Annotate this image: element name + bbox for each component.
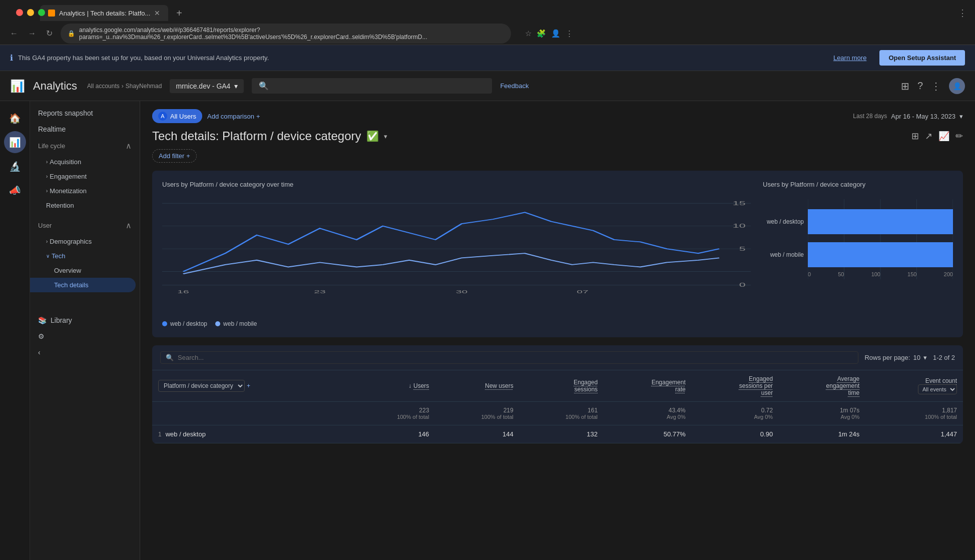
col-header-new-users[interactable]: New users — [435, 370, 519, 402]
sidebar-item-tech-overview[interactable]: Overview — [30, 263, 136, 278]
lifecycle-arrow: ∧ — [126, 141, 132, 151]
col-engaged-label: Engagedsessions — [574, 379, 598, 393]
sidebar-item-library[interactable]: 📚 Library — [30, 312, 136, 328]
more-options-icon[interactable]: ⋮ — [931, 80, 941, 92]
acquisition-label: Acquisition — [50, 158, 81, 166]
library-label: Library — [51, 316, 72, 324]
app-title: Analytics — [33, 80, 77, 93]
sidebar-item-demographics[interactable]: › Demographics — [30, 234, 136, 249]
sidebar-item-engagement[interactable]: › Engagement — [30, 169, 136, 184]
reload-button[interactable]: ↻ — [44, 27, 55, 40]
date-dropdown-icon[interactable]: ▾ — [959, 113, 963, 120]
line-chart-title: Users by Platform / device category over… — [162, 181, 751, 188]
add-comparison-button[interactable]: Add comparison + — [207, 113, 260, 120]
sidebar-item-realtime[interactable]: Realtime — [30, 121, 136, 137]
table-header-row: Platform / device category + ↓ Users — [152, 370, 963, 402]
row1-category: 1 web / desktop — [152, 425, 351, 443]
breadcrumb-account[interactable]: ShayNehmad — [126, 83, 162, 90]
col-eng-per-user-label: Engagedsessions peruser — [739, 375, 773, 396]
lifecycle-group[interactable]: Life cycle ∧ — [30, 137, 140, 155]
col-header-engaged-sessions[interactable]: Engagedsessions — [520, 370, 604, 402]
chevron-right-icon: › — [46, 174, 48, 179]
sidebar-collapse-button[interactable]: ‹ — [30, 344, 136, 360]
dimension-selector[interactable]: Platform / device category — [158, 380, 245, 392]
col-header-engagement-rate[interactable]: Engagementrate — [604, 370, 692, 402]
feedback-link[interactable]: Feedback — [500, 82, 529, 90]
browser-settings-icon[interactable]: ⋮ — [566, 29, 573, 38]
search-input[interactable]: device — [274, 82, 485, 90]
back-button[interactable]: ← — [8, 27, 20, 40]
sidebar-icon-advertising[interactable]: 📣 — [4, 179, 26, 201]
col-header-avg-engagement[interactable]: Averageengagementtime — [779, 370, 865, 402]
bar-mobile — [808, 242, 953, 267]
legend-dot-desktop — [162, 321, 167, 326]
new-tab-button[interactable]: + — [172, 6, 186, 21]
tab-title: Analytics | Tech details: Platfo... — [59, 10, 150, 17]
compare-icon[interactable]: 📈 — [938, 131, 949, 142]
event-type-selector[interactable]: All events — [918, 384, 957, 394]
sidebar-item-settings[interactable]: ⚙ — [30, 328, 136, 344]
pagination-info: 1-2 of 2 — [933, 354, 955, 361]
add-filter-button[interactable]: Add filter + — [152, 149, 197, 163]
title-dropdown-icon[interactable]: ▾ — [384, 133, 387, 140]
search-icon: 🔍 — [259, 81, 269, 91]
chevron-down-icon: ∨ — [46, 253, 50, 259]
extensions-icon[interactable]: 🧩 — [537, 29, 546, 38]
edit-icon[interactable]: ✏ — [955, 131, 963, 142]
page-header: A All Users Add comparison + Last 28 day… — [152, 109, 963, 123]
customize-report-icon[interactable]: ⊞ — [911, 131, 919, 142]
total-new-users-pct: 100% of total — [441, 414, 513, 420]
svg-text:Apr: Apr — [175, 294, 192, 294]
apps-icon[interactable]: ⊞ — [901, 80, 909, 92]
browser-tab[interactable]: Analytics | Tech details: Platfo... ✕ — [40, 5, 168, 21]
legend-mobile-label: web / mobile — [223, 320, 257, 327]
total-label — [152, 402, 351, 425]
row1-event-count: 1,447 — [865, 425, 963, 443]
col-header-users[interactable]: ↓ Users — [351, 370, 435, 402]
browser-menu-icon[interactable]: ⋮ — [958, 8, 975, 19]
total-engaged-sessions: 161 100% of total — [520, 402, 604, 425]
property-dropdown-icon: ▾ — [234, 82, 238, 90]
sidebar-icon-reports[interactable]: 📊 — [4, 131, 26, 153]
sidebar-item-reports-snapshot[interactable]: Reports snapshot — [30, 105, 136, 121]
bar-label-desktop: web / desktop — [763, 218, 808, 225]
window-control-close[interactable] — [16, 9, 23, 16]
window-control-minimize[interactable] — [27, 9, 34, 16]
sidebar-item-acquisition[interactable]: › Acquisition — [30, 155, 136, 169]
forward-button[interactable]: → — [26, 27, 38, 40]
chevron-right-icon: › — [46, 188, 48, 194]
help-icon[interactable]: ? — [917, 80, 923, 92]
info-banner: ℹ This GA4 property has been set up for … — [0, 45, 975, 71]
charts-section: Users by Platform / device category over… — [152, 171, 963, 337]
sidebar-icon-home[interactable]: 🏠 — [4, 107, 26, 129]
total-event-count: 1,817 100% of total — [865, 402, 963, 425]
window-control-maximize[interactable] — [38, 9, 45, 16]
bookmark-icon[interactable]: ☆ — [525, 29, 532, 38]
total-eng-rate-avg: Avg 0% — [610, 414, 686, 420]
add-col-icon[interactable]: + — [247, 382, 250, 389]
col-header-engaged-per-user[interactable]: Engagedsessions peruser — [692, 370, 779, 402]
sidebar-item-tech-details[interactable]: Tech details — [30, 278, 136, 292]
col-header-category[interactable]: Platform / device category + — [152, 370, 351, 402]
table-toolbar: 🔍 Rows per page: 10 ▾ 1-2 of 2 — [152, 345, 963, 370]
table-search-input[interactable] — [178, 354, 853, 361]
sidebar-item-tech[interactable]: ∨ Tech — [30, 249, 136, 263]
user-avatar[interactable]: 👤 — [949, 78, 965, 94]
row1-engaged-per-user: 0.90 — [692, 425, 779, 443]
share-icon[interactable]: ↗ — [925, 131, 932, 142]
open-setup-assistant-button[interactable]: Open Setup Assistant — [879, 50, 965, 66]
property-selector[interactable]: mrnice.dev - GA4 ▾ — [170, 79, 244, 93]
sidebar-item-monetization[interactable]: › Monetization — [30, 184, 136, 198]
col-header-event-count[interactable]: Event count All events — [865, 370, 963, 402]
rows-per-page-dropdown[interactable]: ▾ — [923, 354, 927, 361]
url-bar[interactable]: 🔒 analytics.google.com/analytics/web/#/p… — [61, 24, 511, 44]
breadcrumb-accounts[interactable]: All accounts — [87, 83, 120, 90]
profile-icon[interactable]: 👤 — [551, 29, 561, 38]
user-group[interactable]: User ∧ — [30, 217, 140, 234]
all-users-pill[interactable]: A All Users — [152, 109, 202, 123]
learn-more-link[interactable]: Learn more — [833, 54, 866, 62]
tab-close-button[interactable]: ✕ — [154, 9, 160, 17]
sidebar-item-retention[interactable]: Retention — [30, 198, 136, 213]
global-search-bar[interactable]: 🔍 device — [252, 78, 492, 94]
sidebar-icon-explore[interactable]: 🔬 — [4, 155, 26, 177]
